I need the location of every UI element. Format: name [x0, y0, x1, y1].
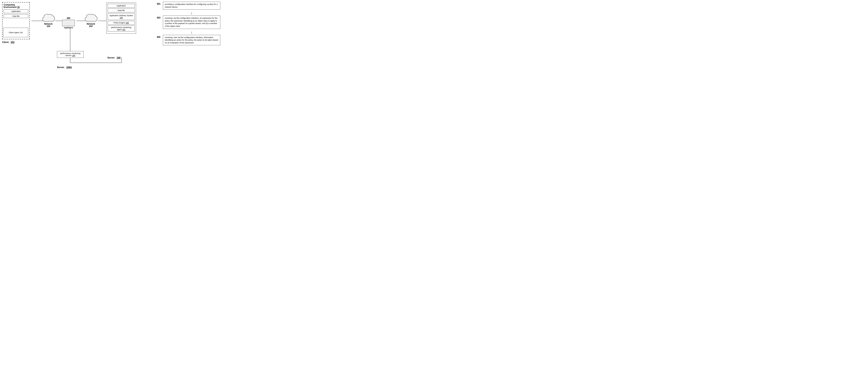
server-app-box: Application	[107, 4, 135, 8]
server-perf-agent-box: performance monitoring agent 197	[107, 26, 135, 31]
network2-label: Network 104'	[87, 23, 95, 27]
flow-box-803: receiving, via the configuration interfa…	[163, 16, 220, 29]
flow-box-801: providing a configuration interface for …	[163, 2, 220, 9]
server-ads-box: Application Delivery System 190	[107, 13, 135, 20]
perf-service-box: performance monitoring service 198	[57, 51, 84, 58]
server-106-box: Application Data file Application Delive…	[106, 3, 136, 34]
server-106-label: Server 106	[107, 56, 121, 59]
appliance-label: Appliance	[64, 27, 73, 29]
appliance-num-label: 200	[67, 17, 70, 19]
appliance-box	[62, 20, 75, 26]
flow-arrow-1: ↓	[163, 11, 220, 15]
appliance-container: 200 Appliance	[62, 17, 75, 29]
flowchart: 801 providing a configuration interface …	[157, 2, 220, 47]
flow-num-805: 805	[157, 35, 163, 38]
flow-arrow-2: ↓	[163, 31, 220, 34]
computing-env-title: Computing Environment 15	[4, 4, 28, 8]
network2-cloud: Network 104'	[84, 13, 98, 27]
server-106a-label: Server 106A	[57, 66, 72, 68]
computing-env-app-box: Application	[4, 9, 28, 13]
client-label: Client 102	[2, 41, 14, 43]
flow-box-805: receiving, user via the configuration in…	[163, 35, 220, 45]
flow-step-801: 801 providing a configuration interface …	[157, 2, 220, 9]
client-agent-box: Client Agent 120	[3, 28, 28, 37]
server-datafile-box: Data file	[107, 8, 135, 12]
diagram: Computing Environment 15 Application Dat…	[0, 0, 221, 93]
flow-num-803: 803	[157, 16, 163, 19]
flow-num-801: 801	[157, 2, 163, 5]
flow-step-805: 805 receiving, user via the configuratio…	[157, 35, 220, 45]
server-policy-box: Policy Engine 195	[107, 21, 135, 25]
flow-step-803: 803 receiving, via the configuration int…	[157, 16, 220, 29]
network1-label: Network 104	[44, 23, 53, 27]
network1-cloud: Network 104	[41, 13, 55, 27]
computing-env-datafile-box: Data file	[4, 14, 28, 18]
